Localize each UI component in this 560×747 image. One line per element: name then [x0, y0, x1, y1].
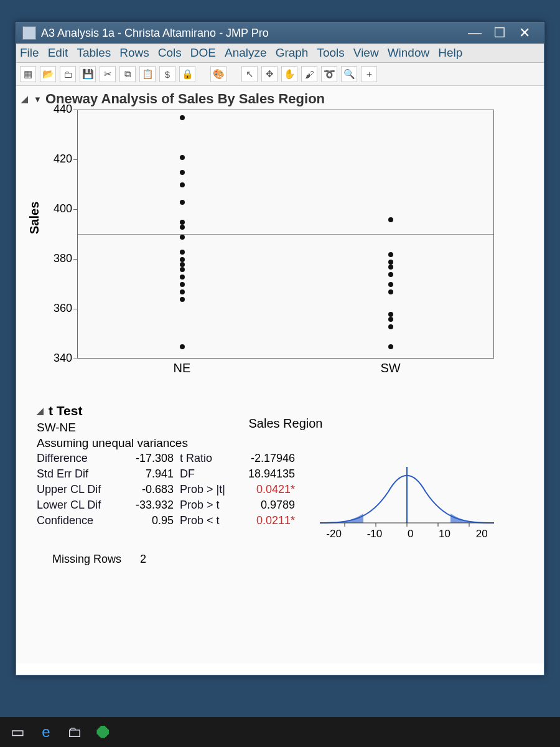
menu-cols[interactable]: Cols: [158, 46, 182, 60]
zoom-icon[interactable]: 🔍: [341, 66, 357, 82]
palette-icon[interactable]: 🎨: [210, 66, 226, 82]
data-point[interactable]: [388, 217, 393, 222]
move-icon[interactable]: ✥: [261, 66, 278, 82]
data-point[interactable]: [180, 282, 185, 287]
missing-rows: Missing Rows 2: [52, 553, 539, 566]
data-point[interactable]: [180, 182, 185, 187]
sheet-icon[interactable]: $: [159, 66, 175, 82]
brush-icon[interactable]: 🖌: [301, 66, 317, 82]
diff-value: -17.308: [124, 452, 180, 465]
missing-rows-value: 2: [140, 553, 146, 565]
disclosure-icon[interactable]: ◢: [21, 94, 30, 104]
data-point[interactable]: [180, 344, 185, 349]
menu-help[interactable]: Help: [438, 46, 462, 60]
folder-icon[interactable]: 🗀: [60, 66, 76, 82]
data-point[interactable]: [388, 252, 393, 257]
menu-graph[interactable]: Graph: [276, 46, 309, 60]
dist-tick: -10: [367, 528, 383, 540]
save-icon[interactable]: 💾: [80, 66, 96, 82]
store-icon[interactable]: ⯃: [92, 721, 114, 743]
data-point[interactable]: [180, 257, 185, 262]
probt-lt-value: 0.0211*: [239, 514, 301, 527]
maximize-button[interactable]: ☐: [493, 26, 506, 40]
data-point[interactable]: [388, 272, 393, 277]
menu-analyze[interactable]: Analyze: [225, 46, 267, 60]
conf-label: Confidence: [37, 514, 124, 527]
data-point[interactable]: [180, 235, 185, 240]
edge-icon[interactable]: e: [35, 721, 57, 743]
title-bar: A3 Analysis 1a - Christa Altamirano - JM…: [16, 22, 544, 44]
menu-bar: File Edit Tables Rows Cols DOE Analyze G…: [16, 44, 544, 63]
menu-tables[interactable]: Tables: [77, 46, 111, 60]
menu-doe[interactable]: DOE: [190, 46, 216, 60]
x-category-label: SW: [380, 361, 400, 375]
open-icon[interactable]: 📂: [40, 66, 56, 82]
menu-view[interactable]: View: [353, 46, 379, 60]
data-point[interactable]: [180, 225, 185, 230]
reference-line: [78, 234, 493, 235]
x-axis-label: Sales Region: [249, 416, 323, 431]
data-point[interactable]: [388, 317, 393, 322]
lcl-label: Lower CL Dif: [37, 499, 124, 512]
data-point[interactable]: [388, 282, 393, 287]
menu-tools[interactable]: Tools: [317, 46, 344, 60]
oneway-header[interactable]: ◢ ▼ Oneway Analysis of Sales By Sales Re…: [21, 91, 539, 107]
data-point[interactable]: [388, 260, 393, 265]
missing-rows-label: Missing Rows: [52, 553, 121, 565]
oneway-chart[interactable]: Sales NESW Sales Region 3403603804004204…: [40, 110, 525, 396]
paste-icon[interactable]: 📋: [139, 66, 156, 82]
arrow-icon[interactable]: ↖: [241, 66, 258, 82]
data-point[interactable]: [180, 250, 185, 255]
data-point[interactable]: [388, 312, 393, 317]
data-point[interactable]: [180, 115, 185, 120]
menu-window[interactable]: Window: [388, 46, 430, 60]
data-point[interactable]: [388, 324, 393, 329]
taskbar: ▭ e 🗀 ⯃: [0, 717, 560, 747]
data-point[interactable]: [180, 262, 185, 267]
file-explorer-icon[interactable]: 🗀: [63, 721, 86, 743]
plus-icon[interactable]: ＋: [361, 66, 377, 82]
menu-file[interactable]: File: [20, 46, 39, 60]
data-point[interactable]: [180, 200, 185, 205]
df-value: 18.94135: [239, 467, 301, 481]
ttest-table: Difference -17.308 t Ratio -2.17946 Std …: [37, 452, 301, 527]
toolbar: ▦ 📂 🗀 💾 ✂ ⧉ 📋 $ 🔒 🎨 ↖ ✥ ✋ 🖌 ➰ 🔍 ＋: [16, 63, 544, 86]
data-point[interactable]: [180, 170, 185, 175]
data-point[interactable]: [180, 289, 185, 294]
dist-tick: 0: [408, 528, 413, 540]
data-point[interactable]: [388, 265, 393, 270]
hand-icon[interactable]: ✋: [281, 66, 297, 82]
data-point[interactable]: [180, 297, 185, 302]
x-category-label: NE: [174, 361, 191, 375]
lock-icon[interactable]: 🔒: [179, 66, 195, 82]
menu-rows[interactable]: Rows: [119, 46, 149, 60]
lasso-icon[interactable]: ➰: [321, 66, 337, 82]
data-point[interactable]: [388, 289, 393, 294]
stderr-label: Std Err Dif: [37, 467, 124, 481]
copy-icon[interactable]: ⧉: [119, 66, 136, 82]
conf-value: 0.95: [124, 514, 180, 527]
window-controls: — ☐ ✕: [468, 26, 531, 40]
plot-frame[interactable]: NESW: [77, 110, 494, 359]
disclosure-icon[interactable]: ◢: [37, 406, 45, 416]
data-point[interactable]: [180, 155, 185, 160]
data-point[interactable]: [180, 267, 185, 272]
diff-label: Difference: [37, 452, 124, 465]
tratio-label: t Ratio: [180, 452, 239, 465]
lcl-value: -33.932: [124, 499, 180, 512]
task-view-icon[interactable]: ▭: [6, 721, 29, 743]
app-icon: [22, 26, 36, 40]
data-point[interactable]: [388, 344, 393, 349]
ttest-title-text: t Test: [49, 403, 82, 418]
data-point[interactable]: [180, 275, 185, 280]
dropdown-icon[interactable]: ▼: [34, 95, 42, 104]
data-point[interactable]: [180, 220, 185, 225]
close-button[interactable]: ✕: [518, 26, 531, 40]
cut-icon[interactable]: ✂: [100, 66, 116, 82]
y-tick-label: 440: [47, 103, 72, 116]
minimize-button[interactable]: —: [468, 26, 482, 40]
table-icon[interactable]: ▦: [20, 66, 36, 82]
y-tick-label: 340: [47, 352, 72, 365]
menu-edit[interactable]: Edit: [48, 46, 68, 60]
t-distribution-plot: -20 -10 0 10 20: [314, 454, 500, 542]
